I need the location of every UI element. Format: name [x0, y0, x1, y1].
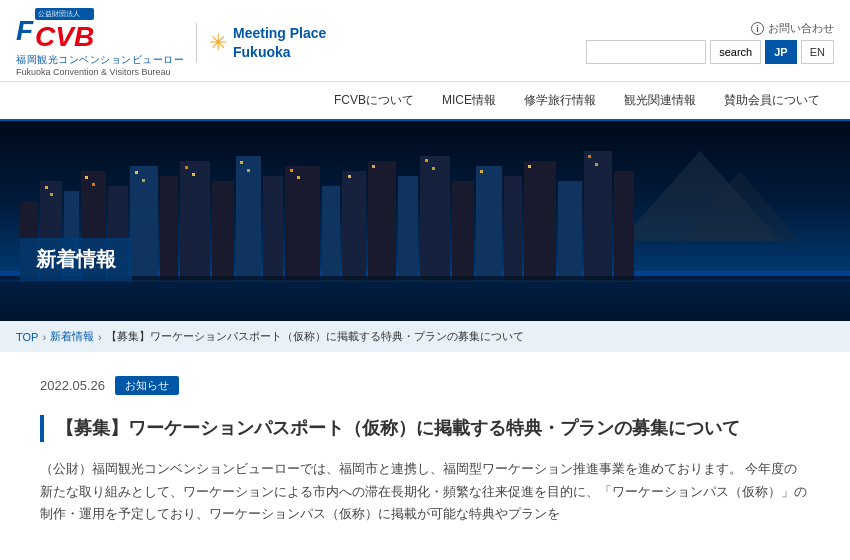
logo-name-jp: 福岡観光コンベンションビューロー — [16, 53, 184, 67]
svg-rect-33 — [142, 179, 145, 182]
svg-rect-18 — [368, 161, 396, 281]
hero-title-box: 新着情報 — [20, 238, 132, 281]
star-icon: ✳ — [209, 30, 227, 56]
logo-f: F — [16, 15, 33, 47]
svg-rect-21 — [452, 181, 474, 281]
logo-cvb: CVB — [35, 21, 94, 53]
fcvb-logo: F 公益財団法人 CVB 福岡観光コンベンションビューロー Fukuoka Co… — [16, 8, 184, 77]
logo-divider — [196, 23, 197, 63]
svg-rect-9 — [130, 166, 158, 281]
breadcrumb-top[interactable]: TOP — [16, 331, 38, 343]
meeting-place-logo: ✳ Meeting Place Fukuoka — [209, 24, 326, 60]
info-icon: i — [751, 22, 764, 35]
hero-section: 新着情報 — [0, 121, 850, 321]
search-area: search JP EN — [586, 40, 834, 64]
nav-item-fcvb[interactable]: FCVBについて — [320, 82, 428, 119]
svg-rect-41 — [372, 165, 375, 168]
svg-rect-47 — [595, 163, 598, 166]
svg-rect-32 — [135, 171, 138, 174]
breadcrumb-current: 【募集】ワーケーションパスポート（仮称）に掲載する特典・プランの募集について — [106, 329, 524, 344]
svg-rect-23 — [504, 176, 522, 281]
svg-rect-39 — [297, 176, 300, 179]
logo-area: F 公益財団法人 CVB 福岡観光コンベンションビューロー Fukuoka Co… — [16, 8, 326, 77]
svg-rect-22 — [476, 166, 502, 281]
svg-rect-20 — [420, 156, 450, 281]
article-date: 2022.05.26 — [40, 378, 105, 393]
hero-title: 新着情報 — [36, 248, 116, 270]
svg-rect-36 — [240, 161, 243, 164]
svg-rect-17 — [342, 171, 366, 281]
nav-item-kanko[interactable]: 観光関連情報 — [610, 82, 710, 119]
breadcrumb-arrow-2: › — [98, 331, 102, 343]
nav-item-shugaku[interactable]: 修学旅行情報 — [510, 82, 610, 119]
svg-rect-19 — [398, 176, 418, 281]
svg-rect-38 — [290, 169, 293, 172]
article-title: 【募集】ワーケーションパスポート（仮称）に掲載する特典・プランの募集について — [40, 415, 810, 442]
svg-rect-10 — [160, 176, 178, 281]
svg-rect-13 — [236, 156, 261, 281]
breadcrumb-arrow-1: › — [42, 331, 46, 343]
svg-rect-29 — [50, 193, 53, 196]
breadcrumb: TOP › 新着情報 › 【募集】ワーケーションパスポート（仮称）に掲載する特典… — [0, 321, 850, 352]
svg-rect-15 — [285, 166, 320, 281]
svg-rect-42 — [425, 159, 428, 162]
svg-rect-46 — [588, 155, 591, 158]
nav-item-sanjo[interactable]: 賛助会員について — [710, 82, 834, 119]
svg-rect-16 — [322, 186, 340, 281]
svg-rect-37 — [247, 169, 250, 172]
logo-subtitle: Fukuoka Convention & Visitors Bureau — [16, 67, 184, 77]
svg-rect-31 — [92, 183, 95, 186]
svg-rect-28 — [45, 186, 48, 189]
nav-item-mice[interactable]: MICE情報 — [428, 82, 510, 119]
svg-rect-26 — [584, 151, 612, 281]
svg-rect-27 — [614, 171, 634, 281]
svg-rect-45 — [528, 165, 531, 168]
svg-rect-11 — [180, 161, 210, 281]
search-input[interactable] — [586, 40, 706, 64]
search-button[interactable]: search — [710, 40, 761, 64]
svg-rect-43 — [432, 167, 435, 170]
breadcrumb-news[interactable]: 新着情報 — [50, 329, 94, 344]
svg-rect-40 — [348, 175, 351, 178]
logo-badge: 公益財団法人 — [35, 8, 94, 20]
contact-line: i お問い合わせ — [751, 21, 834, 36]
article-content: 2022.05.26 お知らせ 【募集】ワーケーションパスポート（仮称）に掲載す… — [0, 352, 850, 550]
article-body: （公財）福岡観光コンベンションビューローでは、福岡市と連携し、福岡型ワーケーショ… — [40, 458, 810, 526]
meeting-place-text: Meeting Place Fukuoka — [233, 24, 326, 60]
main-nav: FCVBについて MICE情報 修学旅行情報 観光関連情報 賛助会員について — [0, 82, 850, 121]
contact-label: お問い合わせ — [768, 21, 834, 36]
svg-rect-44 — [480, 170, 483, 173]
svg-rect-34 — [185, 166, 188, 169]
svg-rect-30 — [85, 176, 88, 179]
svg-rect-12 — [212, 181, 234, 281]
svg-rect-24 — [524, 161, 556, 281]
article-meta: 2022.05.26 お知らせ — [40, 376, 810, 395]
header-right: i お問い合わせ search JP EN — [586, 21, 834, 64]
page-header: F 公益財団法人 CVB 福岡観光コンベンションビューロー Fukuoka Co… — [0, 0, 850, 82]
lang-en-button[interactable]: EN — [801, 40, 834, 64]
svg-rect-14 — [263, 176, 283, 281]
article-category: お知らせ — [115, 376, 179, 395]
svg-rect-48 — [0, 276, 850, 321]
lang-jp-button[interactable]: JP — [765, 40, 796, 64]
svg-rect-25 — [558, 181, 582, 281]
svg-rect-35 — [192, 173, 195, 176]
